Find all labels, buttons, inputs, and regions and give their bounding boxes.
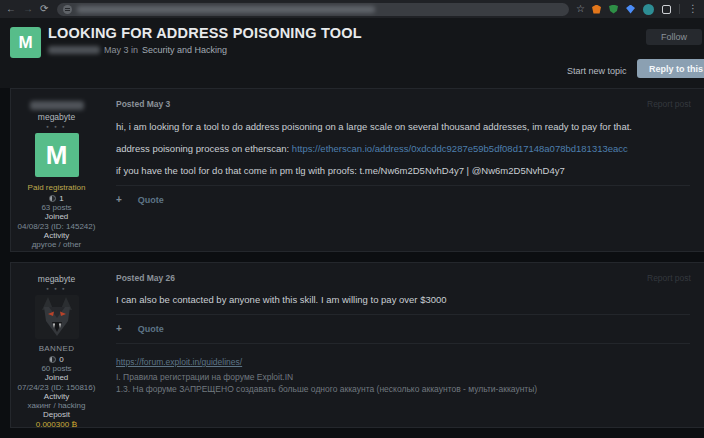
bitcoin-icon: ₿ — [71, 420, 77, 427]
reputation-icon — [49, 356, 56, 363]
member-rank: megabyte — [38, 275, 75, 284]
reputation-icon — [49, 195, 56, 202]
member-avatar[interactable]: M — [35, 133, 79, 177]
topic-starter-avatar[interactable]: M — [10, 27, 41, 58]
guidelines-link[interactable]: https://forum.exploit.in/guidelines/ — [116, 357, 242, 367]
rank-pips-icon: ● ● ● — [46, 285, 67, 292]
topic-author-redacted[interactable] — [48, 46, 100, 54]
activity-label: Activity — [44, 231, 69, 240]
post-divider — [116, 185, 690, 186]
forward-icon[interactable]: → — [23, 4, 33, 14]
browser-toolbar: ← → ⟳ ☆ ⋮ — [0, 0, 704, 18]
browser-menu-icon[interactable]: ⋮ — [688, 4, 698, 14]
topic-byline: May 3 in Security and Hacking — [48, 45, 227, 55]
post-paragraph: I can also be contacted by anyone with t… — [116, 294, 690, 305]
url-redacted — [77, 6, 375, 13]
post-paragraph: address poisoning process on etherscan: … — [116, 143, 690, 154]
wallet-extension-icon[interactable] — [592, 5, 601, 14]
signature-line: 1.3. На форуме ЗАПРЕЩЕНО создавать больш… — [116, 384, 690, 394]
multiquote-plus-icon[interactable]: + — [116, 194, 122, 205]
post-paragraph: if you have the tool for do that come in… — [116, 165, 690, 176]
blue-extension-icon[interactable] — [626, 5, 635, 14]
reputation-value: 1 — [59, 194, 63, 203]
post-count: 63 posts — [41, 203, 71, 212]
address-bar[interactable] — [57, 3, 569, 16]
username-redacted[interactable] — [30, 101, 84, 110]
joined-label: Joined — [45, 212, 69, 221]
etherscan-link[interactable]: https://etherscan.io/address/0xdcddc9287… — [292, 143, 628, 154]
post-content: Posted May 26 I can also be contacted by… — [102, 263, 704, 394]
shield-extension-icon[interactable] — [609, 5, 618, 14]
quote-row: + Quote — [116, 323, 690, 334]
wolf-avatar-image — [35, 295, 79, 339]
toolbar-separator — [679, 4, 680, 14]
refresh-icon[interactable]: ⟳ — [40, 4, 48, 14]
post-divider — [116, 314, 690, 315]
activity-label: Activity — [44, 392, 69, 401]
post-count: 60 posts — [41, 364, 71, 373]
posted-date: Posted May 3 — [116, 99, 690, 109]
extensions-puzzle-icon[interactable] — [662, 5, 671, 14]
reply-to-topic-button[interactable]: Reply to this topic — [637, 59, 704, 78]
quote-button[interactable]: Quote — [138, 195, 164, 205]
post-paragraph: hi, i am looking for a tool to do addres… — [116, 121, 690, 132]
post-content: Posted May 3 hi, i am looking for a tool… — [102, 89, 704, 205]
banned-badge: BANNED — [39, 344, 75, 353]
bookmark-star-icon[interactable]: ☆ — [576, 4, 585, 14]
start-new-topic-link[interactable]: Start new topic — [567, 66, 627, 76]
profile-avatar-icon[interactable] — [643, 4, 654, 15]
site-info-icon[interactable] — [63, 5, 72, 14]
member-avatar[interactable] — [35, 295, 79, 339]
posted-date: Posted May 26 — [116, 273, 690, 283]
quote-button[interactable]: Quote — [138, 324, 164, 334]
member-rank: megabyte — [38, 113, 75, 122]
signature-divider — [116, 343, 690, 344]
reputation-count: 1 — [49, 194, 63, 203]
joined-value: 04/08/23 (ID: 145242) — [18, 222, 96, 231]
paragraph-text: address poisoning process on etherscan: — [116, 143, 292, 154]
author-panel: megabyte ● ● ● BANNED 0 60 posts Joined … — [11, 263, 102, 427]
follow-button[interactable]: Follow — [646, 29, 702, 45]
signature-line: I. Правила регистрации на форуме Exploit… — [116, 372, 690, 382]
deposit-label: Deposit — [43, 410, 70, 419]
reputation-value: 0 — [59, 355, 63, 364]
author-panel: megabyte ● ● ● M Paid registration 1 63 … — [11, 89, 102, 251]
member-badge: Paid registration — [28, 183, 86, 192]
toolbar-extensions: ⋮ — [592, 4, 698, 15]
topic-title: LOOKING FOR ADDRESS POISONING TOOL — [48, 25, 362, 41]
multiquote-plus-icon[interactable]: + — [116, 323, 122, 334]
activity-value: другое / other — [32, 240, 82, 249]
rank-pips-icon: ● ● ● — [46, 123, 67, 130]
signature: https://forum.exploit.in/guidelines/ I. … — [116, 351, 690, 394]
topic-header: M LOOKING FOR ADDRESS POISONING TOOL May… — [0, 18, 704, 88]
deposit-amount: 0.000300 — [36, 420, 69, 427]
joined-label: Joined — [45, 373, 69, 382]
post: megabyte ● ● ● BANNED 0 60 posts Joined … — [10, 262, 704, 428]
deposit-value: 0.000300 ₿ — [36, 420, 78, 427]
joined-value: 07/24/23 (ID: 150816) — [18, 383, 96, 392]
reputation-count: 0 — [49, 355, 63, 364]
back-icon[interactable]: ← — [6, 4, 16, 14]
forum-link[interactable]: Security and Hacking — [142, 45, 227, 55]
activity-value: хакинг / hacking — [28, 401, 86, 410]
quote-row: + Quote — [116, 194, 690, 205]
topic-date: May 3 in — [104, 45, 138, 55]
post: megabyte ● ● ● M Paid registration 1 63 … — [10, 88, 704, 252]
